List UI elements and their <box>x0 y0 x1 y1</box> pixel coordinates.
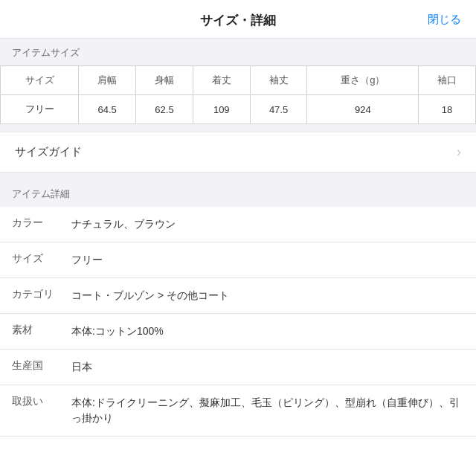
close-button[interactable]: 閉じる <box>428 12 461 26</box>
detail-label: 素材 <box>12 324 71 337</box>
size-table: サイズ 肩幅 身幅 着丈 袖丈 重さ（g） 袖口 フリー64.562.51094… <box>0 65 476 124</box>
size-guide-row[interactable]: サイズガイド › <box>0 132 476 173</box>
detail-row: 取扱い本体:ドライクリーニング、擬麻加工、毛玉（ピリング）、型崩れ（自重伸び）、… <box>0 385 476 437</box>
detail-label: 取扱い <box>12 395 71 408</box>
col-size: サイズ <box>1 66 79 95</box>
detail-section-header: アイテム詳細 <box>0 180 476 207</box>
col-body: 身幅 <box>136 66 193 95</box>
spacer-2 <box>0 173 476 180</box>
detail-value: ナチュラル、ブラウン <box>71 216 464 232</box>
table-cell: 18 <box>419 95 476 124</box>
modal-header: サイズ・詳細 閉じる <box>0 0 476 39</box>
table-cell: 64.5 <box>79 95 136 124</box>
size-section-header: アイテムサイズ <box>0 39 476 65</box>
spacer-1 <box>0 124 476 132</box>
table-row: フリー64.562.510947.592418 <box>1 95 476 124</box>
detail-row: サイズフリー <box>0 242 476 278</box>
table-header-row: サイズ 肩幅 身幅 着丈 袖丈 重さ（g） 袖口 <box>1 66 476 95</box>
modal-title: サイズ・詳細 <box>200 13 276 28</box>
table-cell: 924 <box>307 95 419 124</box>
detail-label: カラー <box>12 216 71 230</box>
detail-label: サイズ <box>12 252 71 266</box>
detail-section: アイテム詳細 カラーナチュラル、ブラウンサイズフリーカテゴリコート・ブルゾン >… <box>0 180 476 437</box>
size-section: アイテムサイズ サイズ 肩幅 身幅 着丈 袖丈 重さ（g） 袖口 フリー64.5… <box>0 39 476 124</box>
detail-value: 本体:コットン100% <box>71 324 464 339</box>
detail-row: カラーナチュラル、ブラウン <box>0 207 476 242</box>
detail-value: コート・ブルゾン > その他コート <box>71 288 464 303</box>
table-cell: 109 <box>193 95 250 124</box>
detail-label: 生産国 <box>12 359 71 373</box>
chevron-right-icon: › <box>457 144 461 160</box>
detail-row: 素材本体:コットン100% <box>0 314 476 350</box>
col-shoulder: 肩幅 <box>79 66 136 95</box>
detail-value: 日本 <box>71 359 464 375</box>
detail-row: カテゴリコート・ブルゾン > その他コート <box>0 278 476 314</box>
col-weight: 重さ（g） <box>307 66 419 95</box>
table-cell: 62.5 <box>136 95 193 124</box>
table-cell: フリー <box>1 95 79 124</box>
detail-label: カテゴリ <box>12 288 71 301</box>
size-guide-label: サイズガイド <box>15 145 82 159</box>
detail-section-label: アイテム詳細 <box>12 188 70 199</box>
table-cell: 47.5 <box>250 95 307 124</box>
detail-rows: カラーナチュラル、ブラウンサイズフリーカテゴリコート・ブルゾン > その他コート… <box>0 207 476 437</box>
detail-value: フリー <box>71 252 464 268</box>
detail-row: 生産国日本 <box>0 350 476 385</box>
col-cuff: 袖口 <box>419 66 476 95</box>
col-sleeve: 袖丈 <box>250 66 307 95</box>
detail-value: 本体:ドライクリーニング、擬麻加工、毛玉（ピリング）、型崩れ（自重伸び）、引っ掛… <box>71 395 464 426</box>
col-length: 着丈 <box>193 66 250 95</box>
size-section-label: アイテムサイズ <box>12 47 80 58</box>
